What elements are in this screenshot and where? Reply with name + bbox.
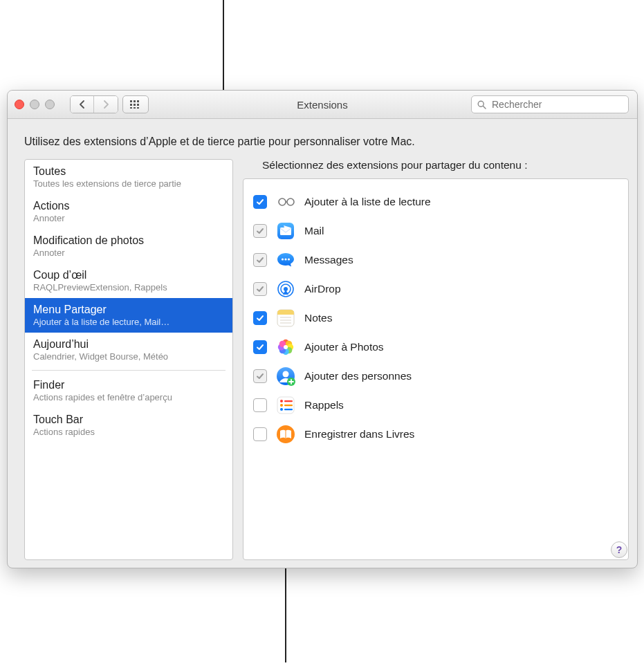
chevron-right-icon (102, 100, 110, 109)
sidebar-item[interactable]: ToutesToutes les extensions de tierce pa… (25, 160, 232, 194)
sidebar-item-subtitle: Annoter (33, 248, 224, 258)
sidebar-item-subtitle: Ajouter à la liste de lecture, Mail… (33, 317, 224, 327)
extension-checkbox (253, 282, 267, 296)
extension-row: Messages (253, 245, 618, 275)
svg-rect-48 (284, 409, 293, 410)
search-field[interactable] (471, 95, 629, 113)
titlebar: Extensions (8, 91, 637, 119)
svg-point-16 (282, 258, 284, 260)
extension-label: Messages (304, 254, 353, 266)
help-button[interactable]: ? (611, 541, 627, 558)
sidebar-item-subtitle: Actions rapides (33, 427, 224, 437)
extension-checkbox (253, 369, 267, 383)
svg-rect-6 (130, 107, 132, 109)
sidebar-item[interactable]: Aujourd’huiCalendrier, Widget Bourse, Mé… (25, 333, 232, 367)
svg-rect-3 (130, 104, 132, 106)
svg-rect-24 (277, 313, 294, 315)
close-window-button[interactable] (15, 100, 24, 109)
sidebar-item-subtitle: Toutes les extensions de tierce partie (33, 178, 224, 189)
sidebar-item-title: Actions (33, 200, 224, 212)
extension-checkbox[interactable] (253, 311, 267, 325)
airdrop-icon (275, 279, 296, 299)
forward-button[interactable] (94, 96, 118, 113)
category-list: ToutesToutes les extensions de tierce pa… (24, 159, 233, 560)
svg-point-18 (288, 258, 290, 260)
sidebar-item-title: Menu Partager (33, 304, 224, 316)
sidebar-item-subtitle: RAQLPreviewExtension, Rappels (33, 282, 224, 293)
sidebar-item-title: Finder (33, 379, 224, 391)
window-controls (15, 100, 55, 109)
page-subtitle: Utilisez des extensions d’Apple et de ti… (8, 119, 637, 159)
sidebar-item[interactable]: FinderActions rapides et fenêtre d’aperç… (25, 373, 232, 408)
search-input[interactable] (490, 98, 623, 111)
svg-point-36 (284, 345, 288, 349)
extension-checkbox[interactable] (253, 427, 267, 441)
extension-list: Ajouter à la liste de lectureMailMessage… (243, 178, 629, 560)
extension-checkbox[interactable] (253, 398, 267, 412)
reminders-icon (275, 395, 296, 416)
extension-checkbox[interactable] (253, 340, 267, 354)
svg-rect-1 (134, 100, 136, 102)
notes-icon (275, 308, 296, 328)
sidebar-item[interactable]: ActionsAnnoter (25, 194, 232, 229)
sidebar-item-title: Toutes (33, 165, 224, 178)
reading-list-icon (275, 192, 296, 212)
extension-checkbox[interactable] (253, 195, 267, 209)
extension-row: Enregistrer dans Livres (253, 420, 618, 449)
extension-row: Notes (253, 304, 618, 333)
svg-rect-8 (137, 107, 139, 109)
extension-checkbox (253, 224, 267, 238)
svg-rect-2 (137, 100, 139, 102)
sidebar-item-subtitle: Annoter (33, 213, 224, 223)
extension-checkbox (253, 253, 267, 267)
show-all-button[interactable] (122, 95, 149, 113)
svg-rect-5 (137, 104, 139, 106)
preferences-window: Extensions Utilisez des extensions d’App… (7, 90, 638, 568)
extension-row: Ajouter des personnes (253, 362, 618, 391)
extension-label: Rappels (304, 399, 344, 411)
messages-icon (275, 250, 296, 270)
nav-segmented (70, 95, 118, 113)
extension-label: AirDrop (304, 283, 341, 295)
extension-label: Ajouter à la liste de lecture (304, 196, 431, 208)
svg-line-10 (484, 106, 486, 109)
svg-point-45 (280, 404, 283, 407)
sidebar-item[interactable]: Modification de photosAnnoter (25, 229, 232, 263)
svg-rect-46 (284, 405, 293, 406)
mail-icon (275, 221, 296, 241)
svg-point-43 (280, 400, 283, 402)
panel-title: Sélectionnez des extensions pour partage… (262, 159, 629, 171)
books-icon (275, 424, 296, 445)
sidebar-item[interactable]: Touch BarActions rapides (25, 408, 232, 443)
svg-point-47 (280, 408, 283, 411)
svg-point-38 (283, 371, 289, 378)
extension-row: Rappels (253, 391, 618, 420)
minimize-window-button[interactable] (30, 100, 39, 109)
back-button[interactable] (71, 96, 94, 113)
svg-rect-4 (134, 104, 136, 106)
svg-point-12 (287, 198, 294, 205)
sidebar-item-title: Modification de photos (33, 234, 224, 247)
sidebar-divider (32, 370, 226, 371)
people-icon (275, 366, 296, 387)
grid-icon (130, 100, 141, 109)
extension-row: Ajouter à Photos (253, 333, 618, 362)
help-icon: ? (616, 544, 623, 555)
zoom-window-button[interactable] (45, 100, 55, 109)
extension-row: AirDrop (253, 275, 618, 304)
svg-rect-0 (130, 100, 132, 102)
sidebar-item-subtitle: Actions rapides et fenêtre d’aperçu (33, 392, 224, 402)
extension-label: Notes (304, 312, 333, 324)
svg-rect-7 (134, 107, 136, 109)
sidebar-item-subtitle: Calendrier, Widget Bourse, Météo (33, 351, 224, 362)
sidebar-item[interactable]: Menu PartagerAjouter à la liste de lectu… (25, 298, 232, 333)
extension-label: Ajouter à Photos (304, 341, 384, 353)
extension-label: Mail (304, 225, 324, 237)
extension-row: Ajouter à la liste de lecture (253, 187, 618, 216)
chevron-left-icon (78, 100, 86, 109)
extension-row: Mail (253, 216, 618, 245)
sidebar-item[interactable]: Coup d’œilRAQLPreviewExtension, Rappels (25, 263, 232, 298)
search-icon (477, 100, 486, 109)
sidebar-item-title: Coup d’œil (33, 269, 224, 281)
extension-label: Ajouter des personnes (304, 370, 412, 382)
